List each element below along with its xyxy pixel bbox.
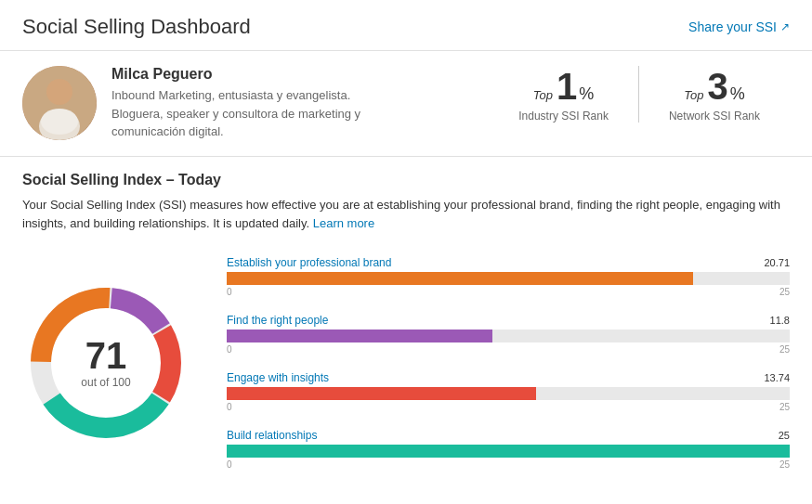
page-title: Social Selling Dashboard (22, 15, 251, 39)
bar-value-above: 13.74 (764, 372, 790, 383)
ssi-title: Social Selling Index – Today (22, 172, 790, 188)
network-rank-percent: % (730, 84, 745, 104)
industry-rank-top-label: Top (533, 88, 553, 102)
bar-item: Build relationships 25 0 25 (227, 429, 790, 470)
bar-value-above: 11.8 (770, 315, 790, 326)
industry-rank-percent: % (579, 84, 594, 104)
industry-rank-number: 1 (557, 66, 577, 108)
industry-rank: Top 1 % Industry SSI Rank (489, 66, 638, 123)
bar-axis-min: 0 (227, 287, 232, 297)
bars-container: Establish your professional brand 20.71 … (227, 256, 790, 470)
bar-axis: 0 25 (227, 459, 790, 470)
bar-fill (227, 330, 492, 342)
ssi-section: Social Selling Index – Today Your Social… (0, 157, 812, 242)
external-link-icon: ↗ (780, 20, 790, 33)
bar-item: Engage with insights 13.74 0 25 (227, 371, 790, 412)
donut-chart: 71 out of 100 (22, 279, 190, 446)
bar-track (227, 445, 790, 458)
bar-axis: 0 25 (227, 402, 790, 412)
bar-item: Find the right people 11.8 0 25 (227, 314, 790, 355)
svg-point-3 (41, 109, 78, 135)
network-rank-top-label: Top (684, 88, 703, 102)
svg-point-1 (46, 79, 72, 105)
bar-fill (227, 445, 790, 458)
profile-section: Milca Peguero Inbound Marketing, entusia… (0, 51, 812, 157)
bar-track (227, 272, 790, 285)
share-ssi-link[interactable]: Share your SSI ↗ (688, 19, 790, 34)
bar-fill (227, 387, 536, 400)
share-ssi-label: Share your SSI (688, 19, 777, 34)
donut-label: 71 out of 100 (81, 337, 130, 389)
bar-axis-min: 0 (227, 344, 232, 355)
avatar-image (22, 66, 97, 140)
chart-section: 71 out of 100 Establish your professiona… (0, 241, 812, 492)
bar-label-row: Build relationships 25 (227, 429, 790, 442)
bar-axis: 0 25 (227, 287, 790, 297)
profile-info: Milca Peguero Inbound Marketing, entusia… (111, 66, 489, 141)
network-rank-number: 3 (707, 66, 727, 108)
page-header: Social Selling Dashboard Share your SSI … (0, 0, 812, 51)
donut-sub: out of 100 (81, 376, 130, 389)
bar-label-row: Engage with insights 13.74 (227, 371, 790, 384)
bar-label-row: Find the right people 11.8 (227, 314, 790, 327)
bar-axis-min: 0 (227, 402, 232, 412)
bar-axis-max: 25 (779, 344, 790, 355)
bar-axis-max: 25 (779, 287, 790, 297)
bar-axis-min: 0 (227, 459, 232, 470)
bar-track (227, 330, 790, 342)
network-rank-label: Network SSI Rank (669, 110, 760, 123)
bar-axis-max: 25 (779, 459, 790, 470)
bar-label: Engage with insights (227, 371, 329, 384)
bar-fill (227, 272, 693, 285)
bar-value-above: 20.71 (764, 257, 790, 268)
bar-item: Establish your professional brand 20.71 … (227, 256, 790, 297)
bar-axis: 0 25 (227, 344, 790, 355)
bar-axis-max: 25 (779, 402, 790, 412)
industry-rank-label: Industry SSI Rank (518, 110, 609, 123)
ssi-description: Your Social Selling Index (SSI) measures… (22, 196, 784, 235)
bar-label: Build relationships (227, 429, 317, 442)
bar-label: Find the right people (227, 314, 328, 327)
avatar (22, 66, 97, 140)
bar-track (227, 387, 790, 400)
bar-label-row: Establish your professional brand 20.71 (227, 256, 790, 269)
bar-value-above: 25 (779, 430, 790, 441)
network-rank: Top 3 % Network SSI Rank (638, 66, 790, 123)
learn-more-link[interactable]: Learn more (313, 216, 374, 230)
bar-label: Establish your professional brand (227, 256, 391, 269)
donut-score: 71 (81, 337, 130, 374)
profile-name: Milca Peguero (111, 66, 489, 83)
profile-description: Inbound Marketing, entusiasta y evangeli… (111, 86, 390, 141)
rank-section: Top 1 % Industry SSI Rank Top 3 % Networ… (489, 66, 790, 123)
